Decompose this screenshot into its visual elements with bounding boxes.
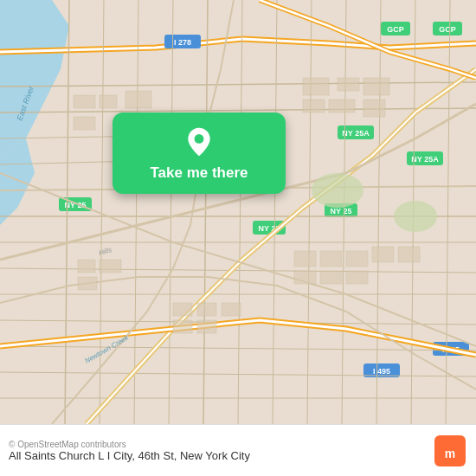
copyright-text: © OpenStreetMap contributors: [9, 440, 250, 449]
moovit-icon: m: [434, 435, 466, 466]
svg-rect-61: [78, 277, 97, 290]
svg-text:GCP: GCP: [387, 25, 404, 34]
svg-rect-50: [100, 95, 117, 108]
svg-rect-65: [372, 247, 394, 262]
svg-rect-59: [78, 260, 95, 273]
footer-left: © OpenStreetMap contributors All Saints …: [9, 440, 250, 462]
svg-text:I 495: I 495: [373, 367, 390, 376]
svg-point-77: [394, 201, 437, 232]
svg-rect-52: [74, 117, 95, 130]
moovit-logo: m: [434, 435, 466, 466]
svg-rect-49: [74, 95, 95, 108]
svg-rect-58: [363, 100, 385, 117]
take-me-there-button[interactable]: Take me there: [150, 164, 248, 182]
svg-text:m: m: [445, 447, 455, 460]
svg-rect-56: [303, 100, 325, 113]
svg-text:NY 25A: NY 25A: [411, 155, 439, 164]
map-svg: I 278 NY 25 NY 25 NY 25 NY 25A NY 25A GC…: [0, 0, 476, 424]
svg-rect-54: [338, 78, 359, 91]
svg-rect-64: [346, 251, 368, 267]
svg-rect-60: [100, 260, 121, 273]
svg-rect-73: [173, 320, 192, 333]
svg-text:GCP: GCP: [439, 25, 456, 34]
svg-rect-63: [320, 251, 342, 267]
svg-rect-62: [294, 251, 316, 267]
footer: © OpenStreetMap contributors All Saints …: [0, 424, 476, 476]
svg-rect-53: [303, 78, 329, 95]
svg-rect-57: [329, 100, 355, 113]
cta-card[interactable]: Take me there: [113, 113, 286, 194]
svg-rect-68: [320, 271, 342, 284]
svg-point-79: [195, 134, 204, 144]
svg-text:NY 25A: NY 25A: [342, 129, 370, 138]
location-text: All Saints Church L I City, 46th St, New…: [9, 449, 250, 462]
svg-rect-69: [346, 271, 368, 284]
location-pin-icon: [183, 126, 215, 158]
svg-rect-51: [125, 91, 151, 108]
svg-text:I 278: I 278: [174, 38, 191, 47]
svg-rect-55: [363, 78, 389, 95]
svg-rect-66: [398, 247, 420, 262]
svg-rect-72: [222, 303, 241, 316]
svg-rect-67: [294, 271, 316, 284]
svg-rect-74: [197, 320, 216, 333]
svg-text:NY 25: NY 25: [331, 207, 352, 215]
svg-rect-70: [173, 303, 192, 316]
svg-point-76: [312, 173, 363, 208]
svg-rect-71: [197, 303, 216, 316]
map-container: I 278 NY 25 NY 25 NY 25 NY 25A NY 25A GC…: [0, 0, 476, 424]
